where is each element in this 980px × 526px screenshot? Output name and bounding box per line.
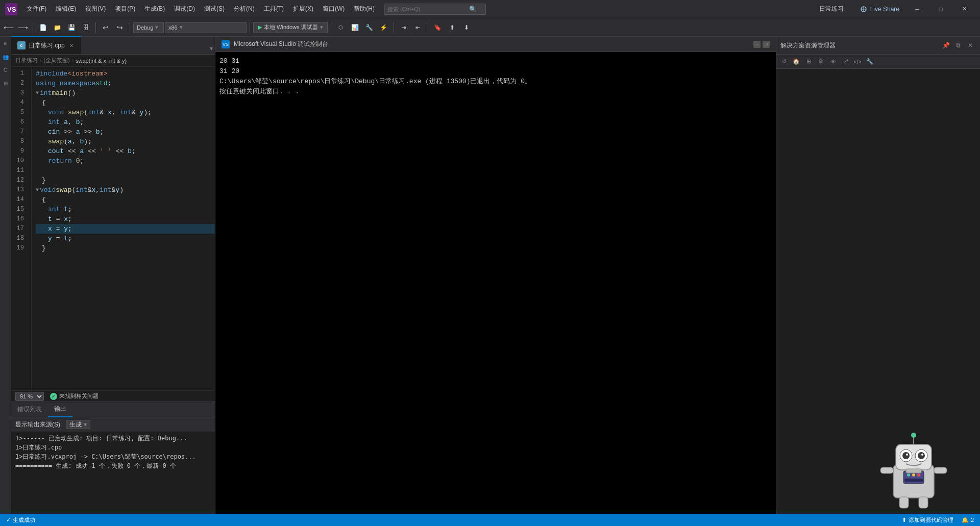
platform-dropdown[interactable]: x86 ▾ xyxy=(165,22,247,33)
class-view-icon[interactable]: C xyxy=(1,65,10,74)
svg-rect-24 xyxy=(906,469,921,473)
outdent-btn[interactable]: ⇤ xyxy=(411,21,425,34)
panel-tabs: 错误列表 输出 xyxy=(11,402,215,417)
menu-file[interactable]: 文件(F) xyxy=(22,3,51,15)
status-bar: ✓ 生成成功 ⬆ 添加到源代码管理 🔔 2 xyxy=(0,514,980,526)
code-editor[interactable]: 1 2 3 4 5 6 7 8 9 10 11 12 13 14 15 16 1 xyxy=(11,67,215,390)
breakpoint-button[interactable]: ⬡ xyxy=(334,21,348,34)
run-label: 本地 Windows 调试器 xyxy=(264,23,318,31)
redo-button[interactable]: ↪ xyxy=(113,21,127,34)
menu-help[interactable]: 帮助(H) xyxy=(350,3,379,15)
svg-text:VS: VS xyxy=(7,6,16,13)
diagnostics-button[interactable]: 🔧 xyxy=(363,21,376,34)
code-content[interactable]: #include<iostream> using namespace std; … xyxy=(32,67,215,390)
rp-refresh-btn[interactable]: ↺ xyxy=(778,56,790,67)
rp-filter-btn[interactable]: ⊞ xyxy=(803,56,814,67)
solution-explorer-icon[interactable]: ≡ xyxy=(1,39,10,48)
output-line-1: 1>------ 已启动生成: 项目: 日常练习, 配置: Debug... xyxy=(15,434,211,443)
save-all-button[interactable]: 🗄 xyxy=(79,21,92,34)
rp-code-btn[interactable]: </> xyxy=(852,56,863,67)
undo-button[interactable]: ↩ xyxy=(99,21,112,34)
open-button[interactable]: 📁 xyxy=(51,21,64,34)
code-line-19: } xyxy=(36,243,215,253)
console-content: 20 31 31 20 C:\Users\邹莹\source\repos\日常练… xyxy=(215,52,776,514)
menu-extensions[interactable]: 扩展(X) xyxy=(289,3,317,15)
file-tab-dailypractice[interactable]: c 日常练习.cpp ✕ xyxy=(11,36,81,54)
code-line-8: swap(a, b); xyxy=(36,137,215,146)
tab-output[interactable]: 输出 xyxy=(48,402,72,417)
rp-git-btn[interactable]: ⎇ xyxy=(840,56,851,67)
breadcrumb-scope[interactable]: (全局范围) xyxy=(43,57,69,64)
maximize-button[interactable]: □ xyxy=(929,0,952,18)
menu-project[interactable]: 项目(P) xyxy=(111,3,139,15)
output-source-select[interactable]: 生成 ▾ xyxy=(66,420,90,429)
menu-tools[interactable]: 工具(T) xyxy=(260,3,288,15)
prev-bookmark-btn[interactable]: ⬆ xyxy=(446,21,459,34)
analyze-btn[interactable]: ⚡ xyxy=(377,21,390,34)
status-ok: ✓ 未找到相关问题 xyxy=(50,392,99,400)
svg-point-22 xyxy=(917,473,920,477)
rp-float-btn[interactable]: ⧉ xyxy=(952,40,964,51)
save-button[interactable]: 💾 xyxy=(65,21,78,34)
indent-btn[interactable]: ⇥ xyxy=(397,21,410,34)
middle-section: VS Microsoft Visual Studio 调试控制台 ─ □ 20 … xyxy=(215,37,776,514)
status-source-control[interactable]: ⬆ 添加到源代码管理 xyxy=(900,516,955,524)
zoom-select[interactable]: 91 % xyxy=(15,392,44,401)
rp-close-btn[interactable]: ✕ xyxy=(965,40,976,51)
rp-tools-btn[interactable]: 🔧 xyxy=(864,56,875,67)
search-box[interactable]: 🔍 xyxy=(384,4,486,15)
back-button[interactable]: ⟵ xyxy=(2,21,15,34)
menu-build[interactable]: 生成(B) xyxy=(140,3,169,15)
code-line-17: x = y; xyxy=(36,224,215,234)
tab-error-list[interactable]: 错误列表 xyxy=(11,402,48,417)
menu-debug[interactable]: 调试(D) xyxy=(170,3,199,15)
forward-button[interactable]: ⟶ xyxy=(16,21,30,34)
profiler-button[interactable]: 📊 xyxy=(349,21,362,34)
menu-edit[interactable]: 编辑(E) xyxy=(52,3,80,15)
menu-view[interactable]: 视图(V) xyxy=(81,3,110,15)
status-notifications[interactable]: 🔔 2 xyxy=(960,517,976,523)
next-bookmark-btn[interactable]: ⬇ xyxy=(460,21,473,34)
live-share-button[interactable]: Live Share xyxy=(854,4,905,15)
search-input[interactable] xyxy=(387,6,469,12)
menu-analyze[interactable]: 分析(N) xyxy=(230,3,259,15)
close-button[interactable]: ✕ xyxy=(952,0,976,18)
console-minimize-btn[interactable]: ─ xyxy=(753,41,761,48)
source-control-icon: ⬆ xyxy=(902,517,906,523)
debug-config-dropdown[interactable]: Debug ▾ xyxy=(133,22,164,33)
rp-preview-btn[interactable]: 👁 xyxy=(827,56,839,67)
output-source-value: 生成 xyxy=(69,420,82,429)
rp-pin-btn[interactable]: 📌 xyxy=(940,40,951,51)
code-line-18: y = t; xyxy=(36,234,215,243)
code-line-10: return 0; xyxy=(36,156,215,166)
console-maximize-btn[interactable]: □ xyxy=(763,41,770,48)
run-button[interactable]: ▶ 本地 Windows 调试器 ▾ xyxy=(253,22,328,33)
tb-sep-4 xyxy=(250,22,250,33)
toolbar: ⟵ ⟶ 📄 📁 💾 🗄 ↩ ↪ Debug ▾ x86 ▾ ▶ 本地 Windo… xyxy=(0,18,980,37)
menu-test[interactable]: 测试(S) xyxy=(200,3,229,15)
rp-settings-btn[interactable]: ⚙ xyxy=(815,56,826,67)
breadcrumb-function[interactable]: swap(int & x, int & y) xyxy=(76,58,127,64)
breadcrumb-file[interactable]: 日常练习 xyxy=(15,57,38,64)
tab-overflow-button[interactable]: ▾ xyxy=(208,43,215,54)
platform-arrow-icon: ▾ xyxy=(180,24,183,31)
properties-icon[interactable]: ⊞ xyxy=(1,79,10,88)
code-line-2: using namespace std; xyxy=(36,79,215,88)
bookmark-btn[interactable]: 🔖 xyxy=(431,21,445,34)
line-num-13: 13 xyxy=(11,185,27,195)
menu-window[interactable]: 窗口(W) xyxy=(318,3,349,15)
output-line-3: 1>日常练习.vcxproj -> C:\Users\邹莹\source\rep… xyxy=(15,452,211,461)
tab-close-button[interactable]: ✕ xyxy=(68,42,75,49)
rp-home-btn[interactable]: 🏠 xyxy=(791,56,802,67)
status-build-result[interactable]: ✓ 生成成功 xyxy=(4,516,37,524)
line-num-12: 12 xyxy=(11,176,27,185)
code-line-7: cin >> a >> b; xyxy=(36,127,215,137)
output-header: 显示输出来源(S): 生成 ▾ xyxy=(11,417,215,432)
tab-bar: c 日常练习.cpp ✕ ▾ xyxy=(11,37,215,55)
code-line-11 xyxy=(36,166,215,176)
new-project-button[interactable]: 📄 xyxy=(36,21,50,34)
team-explorer-icon[interactable]: 👥 xyxy=(1,52,10,61)
search-icon: 🔍 xyxy=(469,6,477,13)
tb-sep-1 xyxy=(33,22,33,33)
minimize-button[interactable]: ─ xyxy=(905,0,929,18)
